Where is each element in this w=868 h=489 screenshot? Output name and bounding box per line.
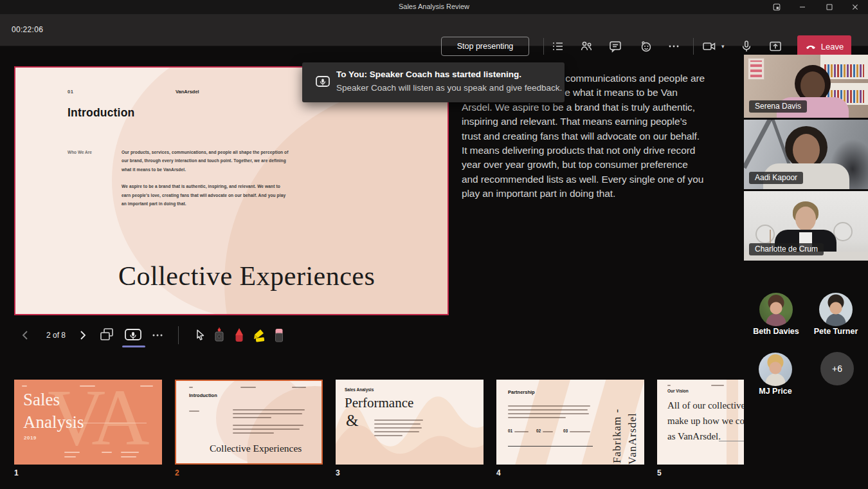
thumb-micro-text <box>292 387 306 388</box>
video-tile-charlotte-de-crum[interactable]: Charlotte de Crum <box>744 191 868 261</box>
previous-slide-button[interactable] <box>19 329 32 342</box>
presenter-divider <box>178 326 179 344</box>
thumbnail-number: 3 <box>336 468 340 477</box>
notes-line: It means delivering products that not on… <box>462 143 734 158</box>
thumb4-item-number: 03 <box>563 429 568 433</box>
thumb-micro-text <box>233 432 274 434</box>
popout-icon[interactable] <box>772 2 782 12</box>
notes-line: trust and creating fans that will advoca… <box>462 129 734 143</box>
thumbnail-number: 5 <box>657 468 662 477</box>
presenter-more-icon[interactable] <box>149 327 166 344</box>
notes-line: and recommended lists as well. Every sin… <box>462 172 734 187</box>
next-slide-button[interactable] <box>76 329 89 342</box>
chat-icon[interactable] <box>608 39 622 53</box>
camera-icon[interactable] <box>702 39 716 53</box>
highlighter-tool-icon[interactable] <box>251 326 267 344</box>
video-tile-serena-davis[interactable]: Serena Davis <box>744 55 868 118</box>
thumb-micro-text <box>102 452 112 453</box>
thumb-micro-text <box>189 387 193 388</box>
thumb-micro-text <box>570 431 590 432</box>
participant-name-badge: Serena Davis <box>749 100 807 113</box>
window-title: Sales Analysis Review <box>0 3 868 10</box>
slide-filmstrip: VA Sales Analysis 2019 1 Introduction <box>0 378 744 489</box>
agenda-list-icon[interactable] <box>551 39 565 53</box>
avatar-beth-davies[interactable] <box>759 293 793 326</box>
stop-presenting-button[interactable]: Stop presenting <box>441 37 529 56</box>
thumb4-item-number: 02 <box>536 429 541 433</box>
slide-thumbnail-2-selected[interactable]: Introduction Collective Experiences <box>175 380 323 465</box>
laser-pointer-tool-icon[interactable] <box>212 326 227 344</box>
thumb-micro-text <box>233 429 300 430</box>
speaker-coach-icon[interactable] <box>123 327 143 344</box>
presented-slide[interactable]: 01 VanArsdel Introduction Who We Are Our… <box>14 66 449 315</box>
thumb-micro-text <box>189 411 199 412</box>
pen-tool-icon[interactable] <box>231 326 247 344</box>
thumb4-vertical-title: VanArsdel <box>626 385 639 465</box>
thumbnail-number-active: 2 <box>175 468 179 477</box>
speaker-coach-toast[interactable]: To You: Speaker Coach has started listen… <box>302 62 565 102</box>
camera-dropdown-caret[interactable]: ▾ <box>721 43 725 50</box>
slide-thumbnail-3[interactable]: Sales Analysis Performance & <box>336 380 484 465</box>
thumb-micro-text <box>140 385 153 387</box>
meeting-toolbar: 00:22:06 Stop presenting ▾ <box>0 14 868 46</box>
leave-button[interactable]: Leave <box>797 35 851 57</box>
thumb-micro-text <box>508 405 590 407</box>
pointer-tool-icon[interactable] <box>193 326 208 344</box>
reactions-icon[interactable] <box>638 39 653 53</box>
thumb5-text-line: All of our collective <box>667 400 744 411</box>
thumb-decor-line <box>77 423 147 423</box>
thumbnail-number: 1 <box>14 468 19 477</box>
avatar-pete-turner[interactable] <box>819 293 853 326</box>
thumb3-title: Performance <box>345 395 413 411</box>
slide-thumbnail-5[interactable]: Our Vision All of our collective make up… <box>657 380 744 465</box>
thumb-micro-text <box>543 431 553 432</box>
eraser-tool-icon[interactable] <box>271 326 287 344</box>
toolbar-divider <box>693 38 694 55</box>
slide-heading: Introduction <box>68 106 134 120</box>
presenter-controls: 2 of 8 <box>0 324 302 349</box>
slide-page-number: 01 <box>68 89 73 95</box>
thumb-micro-text <box>121 452 139 453</box>
thumbnail-number: 4 <box>496 468 501 477</box>
thumb-micro-text <box>514 431 529 432</box>
minimize-button[interactable] <box>797 2 808 12</box>
overflow-participants-badge[interactable]: +6 <box>820 352 854 385</box>
thumb-micro-text <box>374 431 419 432</box>
participant-name-label: Pete Turner <box>804 327 868 336</box>
thumb-micro-text <box>374 435 402 436</box>
slide-thumbnail-4[interactable]: Partnership 01 02 03 Fabrikam - VanArsde… <box>496 380 644 465</box>
thumb-micro-text <box>374 420 423 421</box>
chair-decor <box>755 225 775 244</box>
video-tile-aadi-kapoor[interactable]: Aadi Kapoor <box>744 120 868 189</box>
slide-side-label: Who We Are <box>68 150 92 154</box>
speaker-coach-icon <box>315 75 330 90</box>
thumb-micro-text <box>233 413 302 414</box>
thumb3-heading: Sales Analysis <box>345 387 374 392</box>
titlebar: Sales Analysis Review <box>0 0 868 14</box>
thumb-micro-text <box>508 413 589 414</box>
slide-title: Collective Experiences <box>118 261 375 291</box>
share-screen-icon[interactable] <box>768 39 782 53</box>
thumb-micro-text <box>667 385 671 386</box>
thumb1-title: Sales Analysis <box>23 389 84 434</box>
thumb-micro-text <box>121 456 136 457</box>
slide-grid-icon[interactable] <box>98 327 116 344</box>
thumb-micro-text <box>374 427 422 429</box>
thumb-micro-text <box>711 385 724 386</box>
thumb-micro-text <box>64 452 80 453</box>
maximize-button[interactable] <box>824 2 835 12</box>
participants-icon[interactable] <box>579 39 593 53</box>
more-options-icon[interactable] <box>667 39 681 53</box>
thumb-micro-text <box>374 423 420 425</box>
thumb5-text-line: make up how we co <box>667 416 744 427</box>
slide-thumbnail-1[interactable]: VA Sales Analysis 2019 <box>14 380 162 465</box>
avatar-mj-price[interactable] <box>759 353 792 386</box>
thumb-decor-line <box>719 441 744 441</box>
close-button[interactable] <box>850 2 860 12</box>
toolbar-divider <box>543 38 544 55</box>
thumb-micro-text <box>508 417 566 418</box>
slide-body-paragraph: We aspire to be a brand that is authenti… <box>122 182 290 208</box>
notes-line: inspiring and relevant. That means earni… <box>462 115 734 129</box>
microphone-icon[interactable] <box>739 39 754 53</box>
thumb4-item-number: 01 <box>508 429 512 433</box>
